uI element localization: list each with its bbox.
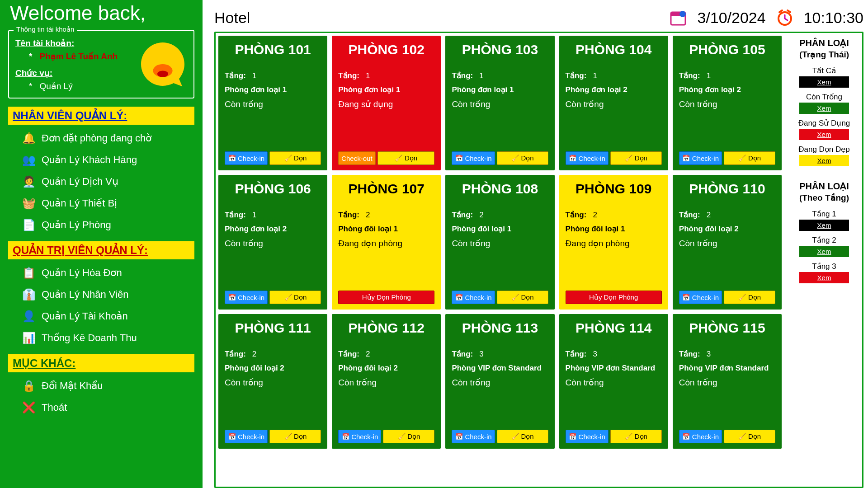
checkin-button[interactable]: 📅Check-in xyxy=(452,291,495,304)
menu-item[interactable]: 🧑‍💼Quản Lý Dịch Vụ xyxy=(8,171,194,192)
room-name: PHÒNG 112 xyxy=(338,320,434,336)
btn-icon: 🧹 xyxy=(284,432,292,441)
menu-item[interactable]: ❌Thoát xyxy=(8,397,194,418)
filter-item: Đang Dọn DẹpXem xyxy=(789,145,859,166)
menu-icon: 📄 xyxy=(23,219,35,231)
menu-item[interactable]: 🔔Đơn đặt phòng đang chờ xyxy=(8,127,194,149)
menu-item[interactable]: 👔Quản Lý Nhân Viên xyxy=(8,284,194,305)
clean-button[interactable]: 🧹Dọn xyxy=(497,151,548,165)
clock-icon xyxy=(775,8,795,28)
room-card: PHÒNG 102Tầng:1Phòng đơn loại 1Đang sử d… xyxy=(332,36,441,170)
menu-icon: 🔒 xyxy=(23,380,35,392)
checkin-button[interactable]: 📅Check-in xyxy=(679,430,722,443)
btn-icon: 📅 xyxy=(682,293,690,301)
clean-button[interactable]: 🧹Dọn xyxy=(724,151,775,165)
btn-label: Dọn xyxy=(521,293,533,301)
clean-button[interactable]: 🧹Dọn xyxy=(269,430,321,443)
room-status: Còn trống xyxy=(452,377,548,388)
section-header: QUẢN TRỊ VIÊN QUẢN LÝ: xyxy=(8,241,194,259)
clean-button[interactable]: 🧹Dọn xyxy=(269,291,321,304)
clean-button[interactable]: 🧹Dọn xyxy=(377,151,435,165)
room-type: Phòng VIP đơn Standard xyxy=(566,363,662,373)
checkin-button[interactable]: 📅Check-in xyxy=(566,151,609,165)
btn-label: Dọn xyxy=(407,432,420,441)
room-floor: Tầng:1 xyxy=(338,71,434,80)
menu-item[interactable]: 📄Quản Lý Phòng xyxy=(8,214,194,236)
checkin-button[interactable]: 📅Check-in xyxy=(225,291,268,304)
filter-view-button[interactable]: Xem xyxy=(799,76,849,88)
clean-button[interactable]: 🧹Dọn xyxy=(497,430,548,443)
room-actions: Hủy Dọn Phòng xyxy=(338,291,434,304)
menu-item[interactable]: 📋Quản Lý Hóa Đơn xyxy=(8,262,194,284)
menu-label: Quản Lý Tài Khoản xyxy=(42,310,128,322)
menu-label: Quản Lý Dịch Vụ xyxy=(42,176,118,188)
clean-button[interactable]: 🧹Dọn xyxy=(383,430,434,443)
btn-label: Dọn xyxy=(405,154,417,162)
room-grid-scroll[interactable]: PHÒNG 101Tầng:1Phòng đơn loại 1Còn trống… xyxy=(218,36,783,484)
account-box: Thông tin tài khoản Tên tài khoản: Phạm … xyxy=(8,30,194,99)
checkin-button[interactable]: 📅Check-in xyxy=(338,430,381,443)
checkin-button[interactable]: 📅Check-in xyxy=(452,151,495,165)
checkin-button[interactable]: 📅Check-in xyxy=(225,151,268,165)
room-status: Còn trống xyxy=(225,377,321,388)
room-type: Phòng đơn loại 1 xyxy=(452,85,548,94)
menu-item[interactable]: 👤Quản Lý Tài Khoản xyxy=(8,305,194,327)
room-actions: 📅Check-in🧹Dọn xyxy=(679,291,775,304)
menu-item[interactable]: 🔒Đổi Mật Khẩu xyxy=(8,375,194,397)
menu-item[interactable]: 🧺Quản Lý Thiết Bị xyxy=(8,192,194,214)
btn-label: Check-in xyxy=(465,433,491,441)
room-card: PHÒNG 106Tầng:1Phòng đơn loại 2Còn trống… xyxy=(218,175,327,310)
btn-label: Check-in xyxy=(238,433,264,441)
room-status: Còn trống xyxy=(679,377,775,388)
clean-button[interactable]: 🧹Dọn xyxy=(610,151,662,165)
cancel-clean-button[interactable]: Hủy Dọn Phòng xyxy=(338,291,434,304)
room-status: Còn trống xyxy=(679,99,775,109)
menu-icon: 🧺 xyxy=(23,197,35,210)
room-status: Còn trống xyxy=(338,377,434,388)
checkin-button[interactable]: 📅Check-in xyxy=(452,430,495,443)
room-floor: Tầng:3 xyxy=(566,349,662,359)
btn-label: Check-in xyxy=(579,155,605,162)
room-floor: Tầng:3 xyxy=(679,349,775,359)
menu-item[interactable]: 👥Quản Lý Khách Hàng xyxy=(8,149,194,171)
room-actions: 📅Check-in🧹Dọn xyxy=(679,151,775,165)
checkin-button[interactable]: 📅Check-in xyxy=(679,291,722,304)
menu-item[interactable]: 📊Thống Kê Doanh Thu xyxy=(8,327,194,349)
btn-icon: 📅 xyxy=(569,432,577,441)
btn-icon: 📅 xyxy=(455,432,463,441)
clean-button[interactable]: 🧹Dọn xyxy=(497,291,548,304)
room-name: PHÒNG 101 xyxy=(225,42,321,57)
filter-view-button[interactable]: Xem xyxy=(799,272,849,283)
btn-icon: 🧹 xyxy=(395,154,403,162)
room-status: Còn trống xyxy=(566,99,662,109)
room-status: Còn trống xyxy=(679,238,775,249)
cancel-clean-button[interactable]: Hủy Dọn Phòng xyxy=(566,291,662,304)
btn-icon: 🧹 xyxy=(397,432,406,441)
filter-item: Tầng 3Xem xyxy=(789,262,859,283)
clean-button[interactable]: 🧹Dọn xyxy=(610,430,662,443)
room-name: PHÒNG 114 xyxy=(566,320,662,336)
filter-view-button[interactable]: Xem xyxy=(799,155,849,166)
btn-label: Check-in xyxy=(692,433,719,441)
room-name: PHÒNG 108 xyxy=(452,181,548,197)
room-type: Phòng đơn loại 1 xyxy=(338,85,434,94)
room-name: PHÒNG 103 xyxy=(452,42,548,57)
room-type: Phòng VIP đơn Standard xyxy=(452,363,548,373)
filter-view-button[interactable]: Xem xyxy=(799,103,849,114)
clean-button[interactable]: 🧹Dọn xyxy=(724,291,775,304)
btn-label: Hủy Dọn Phòng xyxy=(589,293,638,301)
room-type: Phòng đôi loại 2 xyxy=(679,224,775,234)
checkout-button[interactable]: Check-out xyxy=(338,151,375,165)
room-status: Còn trống xyxy=(452,99,548,109)
clean-button[interactable]: 🧹Dọn xyxy=(269,151,321,165)
filter-view-button[interactable]: Xem xyxy=(799,246,849,257)
checkin-button[interactable]: 📅Check-in xyxy=(225,430,268,443)
btn-label: Dọn xyxy=(521,432,533,441)
filter-view-button[interactable]: Xem xyxy=(799,220,849,231)
clean-button[interactable]: 🧹Dọn xyxy=(724,430,775,443)
checkin-button[interactable]: 📅Check-in xyxy=(679,151,722,165)
avatar-icon xyxy=(136,37,190,91)
checkin-button[interactable]: 📅Check-in xyxy=(566,430,609,443)
filter-view-button[interactable]: Xem xyxy=(799,129,849,140)
room-floor: Tầng:2 xyxy=(338,349,434,359)
